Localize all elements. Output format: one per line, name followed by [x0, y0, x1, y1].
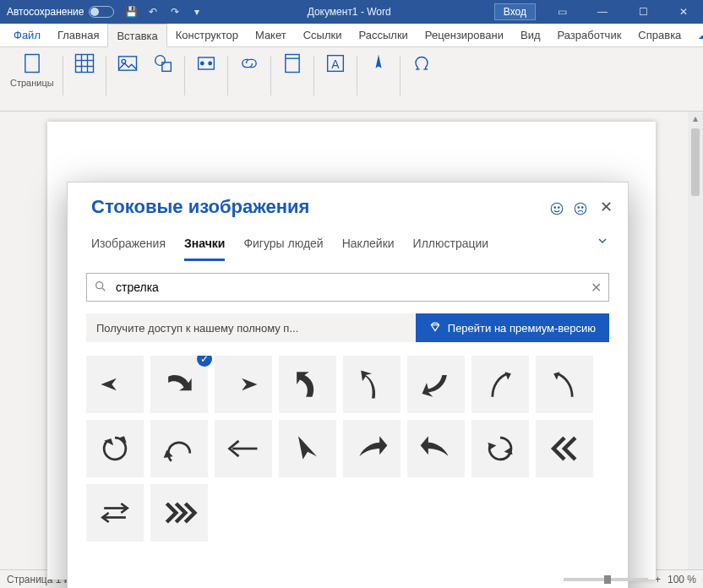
tab-home[interactable]: Главная [49, 24, 107, 46]
minimize-icon[interactable]: — [583, 0, 622, 24]
share-button[interactable]: ☁ Поделиться [689, 24, 703, 46]
feedback-sad-icon[interactable] [573, 201, 588, 219]
customize-qat-icon[interactable]: ▾ [190, 5, 204, 19]
svg-point-7 [122, 59, 126, 63]
premium-button-label: Перейти на премиум-версию [448, 322, 596, 335]
ribbon-pages-group[interactable]: Страницы [5, 51, 59, 88]
undo-icon[interactable]: ↶ [146, 5, 160, 19]
stock-images-dialog: Стоковые изображения ✕ Изображения Значк… [67, 182, 629, 588]
search-field[interactable]: ✕ [86, 273, 609, 302]
tab-images[interactable]: Изображения [91, 237, 166, 259]
ribbon-table-icon[interactable] [67, 51, 102, 76]
icon-arrow-left[interactable] [86, 356, 144, 413]
autosave-toggle[interactable]: Автосохранение [7, 6, 114, 18]
scroll-up-icon[interactable]: ▴ [693, 112, 698, 125]
icon-double-chevron-left[interactable] [536, 420, 593, 477]
icon-results: ✓ ▴ [86, 356, 609, 588]
zoom-level[interactable]: 100 % [668, 574, 696, 585]
svg-point-8 [155, 56, 165, 66]
tab-references[interactable]: Ссылки [295, 24, 351, 46]
tab-help[interactable]: Справка [629, 24, 689, 46]
premium-banner: Получите доступ к нашему полному п... Пе… [86, 313, 609, 342]
svg-text:A: A [331, 57, 340, 71]
close-dialog-icon[interactable]: ✕ [600, 198, 613, 216]
tab-view[interactable]: Вид [512, 24, 549, 46]
icon-curve-up-thin[interactable] [471, 356, 529, 413]
search-input[interactable] [114, 280, 584, 295]
dialog-tabs: Изображения Значки Фигуры людей Наклейки… [68, 219, 628, 261]
icon-refresh[interactable] [471, 420, 529, 477]
search-icon [94, 280, 107, 296]
ribbon-tabs: Файл Главная Вставка Конструктор Макет С… [0, 24, 703, 47]
tab-stickers[interactable]: Наклейки [342, 237, 395, 259]
premium-diamond-icon [429, 321, 441, 335]
tab-icons[interactable]: Значки [184, 237, 225, 261]
zoom-in-icon[interactable]: + [655, 574, 661, 585]
tabs-expand-icon[interactable] [596, 234, 609, 250]
autosave-label: Автосохранение [7, 6, 84, 18]
window-title: Документ1 - Word [204, 6, 493, 18]
tab-design[interactable]: Конструктор [167, 24, 247, 46]
icon-share-arrow[interactable] [343, 420, 401, 477]
svg-rect-13 [285, 55, 298, 73]
share-icon: ☁ [698, 29, 703, 41]
tab-insert[interactable]: Вставка [107, 24, 166, 47]
login-button[interactable]: Вход [494, 3, 536, 20]
tab-developer[interactable]: Разработчик [549, 24, 630, 46]
icon-undo[interactable] [150, 420, 208, 477]
icon-swap-horizontal[interactable] [86, 484, 144, 542]
ribbon-pictures-icon[interactable] [110, 51, 145, 76]
ribbon-location-icon[interactable] [361, 51, 396, 76]
zoom-slider[interactable] [564, 578, 648, 581]
tab-people[interactable]: Фигуры людей [243, 237, 323, 259]
pages-label: Страницы [10, 78, 54, 88]
toggle-switch[interactable] [89, 6, 114, 18]
icon-reply-arrow[interactable] [407, 420, 465, 477]
svg-point-19 [551, 203, 563, 215]
icon-triple-chevron-right[interactable] [150, 484, 208, 542]
icon-arrow-left-thin[interactable] [215, 420, 272, 477]
tab-mailings[interactable]: Рассылки [350, 24, 416, 46]
svg-rect-6 [118, 57, 136, 70]
tab-illustrations[interactable]: Иллюстрации [413, 237, 489, 259]
ribbon-symbol-icon[interactable] [404, 51, 439, 76]
icon-curved-arrow-right[interactable]: ✓ [150, 356, 208, 413]
close-window-icon[interactable]: ✕ [664, 0, 703, 24]
ribbon-display-options-icon[interactable]: ▭ [542, 0, 581, 24]
premium-text: Получите доступ к нашему полному п... [86, 313, 416, 342]
pages-icon [19, 51, 45, 76]
svg-point-21 [559, 207, 560, 209]
scroll-thumb[interactable] [691, 128, 700, 196]
redo-icon[interactable]: ↷ [168, 5, 182, 19]
ribbon-shapes-icon[interactable] [145, 51, 181, 76]
premium-button[interactable]: Перейти на премиум-версию [416, 313, 609, 342]
svg-point-20 [554, 207, 556, 209]
icon-turn-down-left[interactable] [407, 356, 465, 413]
tab-review[interactable]: Рецензировани [417, 24, 512, 46]
svg-line-26 [102, 288, 105, 291]
icon-arrow-right[interactable] [215, 356, 272, 413]
icon-arrow-up-curve[interactable] [343, 356, 401, 413]
vertical-scrollbar[interactable]: ▴ [688, 112, 703, 569]
svg-rect-1 [75, 55, 93, 73]
svg-point-23 [578, 207, 580, 209]
icon-curved-arrow-up-left[interactable] [279, 356, 336, 413]
icon-rotate-cw[interactable] [86, 420, 144, 477]
icon-cursor[interactable] [279, 420, 336, 477]
ribbon-insert: Страницы A [0, 47, 703, 112]
svg-point-25 [96, 281, 103, 288]
ribbon-header-icon[interactable] [275, 51, 310, 76]
dialog-title: Стоковые изображения [91, 196, 549, 218]
tab-layout[interactable]: Макет [247, 24, 295, 46]
svg-point-12 [209, 62, 212, 65]
icon-curve-down-thin[interactable] [536, 356, 593, 413]
ribbon-text-icon[interactable]: A [318, 51, 353, 76]
ribbon-addins-icon[interactable] [188, 51, 224, 76]
clear-search-icon[interactable]: ✕ [591, 280, 602, 296]
feedback-happy-icon[interactable] [549, 201, 564, 219]
maximize-icon[interactable]: ☐ [624, 0, 662, 24]
ribbon-link-icon[interactable] [232, 51, 267, 76]
svg-point-11 [200, 62, 204, 65]
save-icon[interactable]: 💾 [124, 5, 138, 19]
tab-file[interactable]: Файл [5, 24, 49, 46]
